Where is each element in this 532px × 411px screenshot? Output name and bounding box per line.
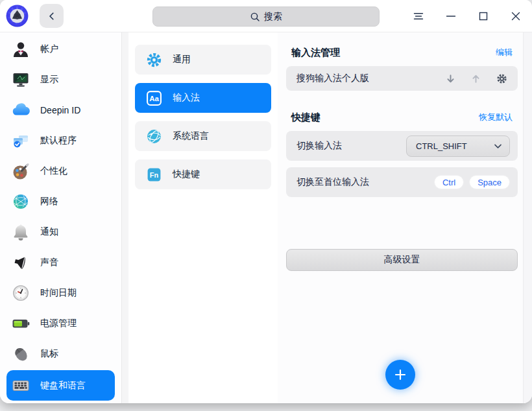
settings-gear-icon xyxy=(496,73,507,84)
close-button[interactable] xyxy=(500,0,532,32)
move-up-button[interactable] xyxy=(471,74,481,84)
input-method-name: 搜狗输入法个人版 xyxy=(296,73,446,84)
sidebar-item-label: 显示 xyxy=(40,74,58,86)
sidebar-item-network[interactable]: 网络 xyxy=(0,186,121,217)
nav-column: 通用 Aa 输入法 xyxy=(122,32,278,403)
chevron-left-icon xyxy=(46,10,58,22)
nav-item-label: 快捷键 xyxy=(173,169,200,180)
sidebar-item-default-apps[interactable]: 默认程序 xyxy=(0,125,121,156)
minimize-button[interactable] xyxy=(435,0,467,32)
user-icon xyxy=(11,40,30,59)
language-globe-icon xyxy=(146,128,162,145)
control-center-window: 搜索 xyxy=(0,0,532,403)
minimize-icon xyxy=(445,10,457,22)
sidebar-item-label: Deepin ID xyxy=(40,105,80,115)
svg-text:Aa: Aa xyxy=(149,95,159,102)
arrow-up-icon xyxy=(471,74,481,84)
mouse-icon xyxy=(11,344,30,364)
menu-icon xyxy=(413,10,424,22)
nav-item-input-method[interactable]: Aa 输入法 xyxy=(135,83,271,113)
move-down-button[interactable] xyxy=(446,74,455,84)
nav-item-system-language[interactable]: 系统语言 xyxy=(135,121,271,151)
search-placeholder: 搜索 xyxy=(264,11,282,23)
maximize-button[interactable] xyxy=(467,0,500,32)
content-panel: 输入法管理 编辑 搜狗输入法个人版 xyxy=(278,32,532,403)
sidebar-item-accounts[interactable]: 帐户 xyxy=(0,34,121,64)
nav-item-label: 通用 xyxy=(173,54,191,65)
im-settings-button[interactable] xyxy=(496,73,507,84)
clock-icon xyxy=(11,283,30,303)
sidebar-item-deepin-id[interactable]: Deepin ID xyxy=(0,95,121,125)
maximize-icon xyxy=(478,10,489,22)
key-badge-space: Space xyxy=(469,175,510,189)
network-globe-icon xyxy=(11,192,30,211)
search-input[interactable]: 搜索 xyxy=(152,6,380,27)
sidebar-item-label: 键盘和语言 xyxy=(40,380,86,392)
sidebar-item-label: 默认程序 xyxy=(40,135,77,147)
bell-icon xyxy=(11,222,30,242)
sidebar-item-label: 鼠标 xyxy=(40,348,58,360)
input-method-item: 搜狗输入法个人版 xyxy=(286,66,518,91)
scroll-gutter xyxy=(523,32,532,403)
im-manager-title: 输入法管理 xyxy=(291,47,340,59)
window-controls xyxy=(402,0,532,32)
nav-item-label: 系统语言 xyxy=(173,130,209,142)
sidebar-item-label: 通知 xyxy=(40,226,58,238)
chevron-down-icon xyxy=(493,141,503,151)
sidebar-item-display[interactable]: 显示 xyxy=(0,64,121,95)
sidebar-item-label: 声音 xyxy=(40,257,58,268)
gear-icon xyxy=(146,52,162,68)
close-icon xyxy=(510,10,522,22)
dropdown-value: CTRL_SHIFT xyxy=(416,141,467,151)
search-icon xyxy=(250,12,260,22)
cloud-icon xyxy=(11,100,30,120)
sidebar-item-datetime[interactable]: 时间日期 xyxy=(0,277,121,308)
speaker-icon xyxy=(11,253,30,272)
switch-im-row: 切换输入法 CTRL_SHIFT xyxy=(286,131,518,161)
default-apps-icon xyxy=(11,131,30,150)
switch-first-im-row: 切换至首位输入法 Ctrl Space xyxy=(286,167,518,197)
sidebar-item-label: 电源管理 xyxy=(40,318,77,329)
svg-text:Fn: Fn xyxy=(150,170,158,178)
nav-item-general[interactable]: 通用 xyxy=(135,45,271,75)
switch-im-dropdown[interactable]: CTRL_SHIFT xyxy=(406,135,510,157)
nav-item-shortcuts[interactable]: Fn 快捷键 xyxy=(135,159,271,189)
sidebar-item-label: 时间日期 xyxy=(40,287,77,299)
plus-icon xyxy=(393,367,408,382)
palette-icon xyxy=(11,161,30,181)
key-badge-ctrl: Ctrl xyxy=(434,175,464,189)
fn-icon: Fn xyxy=(146,167,162,183)
sidebar-item-label: 网络 xyxy=(40,196,58,207)
titlebar: 搜索 xyxy=(0,0,532,32)
sidebar-item-personalization[interactable]: 个性化 xyxy=(0,156,121,186)
shortcuts-title: 快捷键 xyxy=(291,112,320,124)
sidebar: 帐户 显示 Deepin ID xyxy=(0,32,122,403)
sidebar-item-label: 帐户 xyxy=(40,43,58,55)
switch-im-label: 切换输入法 xyxy=(296,140,342,152)
menu-button[interactable] xyxy=(402,0,435,32)
sidebar-item-keyboard-language[interactable]: 键盘和语言 xyxy=(6,370,115,401)
advanced-settings-button[interactable]: 高级设置 xyxy=(286,249,518,271)
back-button[interactable] xyxy=(40,4,64,28)
sidebar-item-power[interactable]: 电源管理 xyxy=(0,308,121,338)
display-icon xyxy=(11,70,30,89)
sidebar-item-notifications[interactable]: 通知 xyxy=(0,217,121,247)
sidebar-item-label: 个性化 xyxy=(40,165,67,177)
edit-link[interactable]: 编辑 xyxy=(496,47,513,58)
aa-icon: Aa xyxy=(146,90,162,106)
nav-panel: 通用 Aa 输入法 xyxy=(128,32,278,403)
keyboard-icon xyxy=(11,376,30,395)
sidebar-item-sound[interactable]: 声音 xyxy=(0,247,121,277)
switch-first-im-label: 切换至首位输入法 xyxy=(296,176,369,188)
arrow-down-icon xyxy=(446,74,455,84)
add-input-method-button[interactable] xyxy=(385,360,415,390)
nav-item-label: 输入法 xyxy=(173,92,200,104)
sidebar-item-mouse[interactable]: 鼠标 xyxy=(0,338,121,369)
restore-defaults-link[interactable]: 恢复默认 xyxy=(479,112,513,123)
app-logo-icon xyxy=(5,4,29,28)
desktop-background-strip xyxy=(0,403,532,411)
battery-icon xyxy=(11,314,30,333)
